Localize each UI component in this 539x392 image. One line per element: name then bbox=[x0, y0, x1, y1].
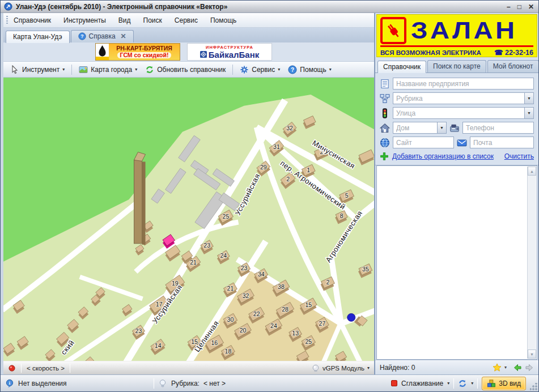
forward-arrow-icon[interactable] bbox=[525, 363, 534, 372]
toolbar-label: Сервис bbox=[252, 66, 275, 74]
building-number: 21 bbox=[227, 285, 234, 292]
toolbar-сервис[interactable]: Сервис▾ bbox=[236, 63, 283, 76]
street-combo[interactable]: ▼ bbox=[393, 107, 534, 119]
phone-input[interactable] bbox=[462, 122, 534, 134]
close-button[interactable]: ✕ bbox=[528, 3, 534, 11]
rubric-input[interactable] bbox=[393, 93, 524, 104]
info-icon: i bbox=[5, 379, 14, 388]
bulb-icon bbox=[158, 379, 167, 388]
menu-item-6[interactable]: Помощь bbox=[210, 16, 236, 24]
chevron-down-icon[interactable]: ▾ bbox=[447, 381, 449, 386]
building-number: 13 bbox=[292, 330, 299, 336]
building-number: 32 bbox=[286, 125, 293, 131]
results-scrollbar[interactable]: ▲ ▼ bbox=[527, 167, 536, 359]
baikalbank-logo-icon bbox=[200, 51, 207, 58]
mail-icon bbox=[457, 138, 467, 148]
zalan-phone: ☎ 22-32-16 bbox=[494, 48, 533, 57]
tab-1[interactable]: Карта Улан-Удэ bbox=[6, 31, 70, 43]
tab-close-icon[interactable]: ✕ bbox=[121, 32, 126, 40]
status-bar: i Нет выделения Рубрика: < нет > Сглажив… bbox=[1, 374, 538, 391]
building-number: 25 bbox=[305, 338, 312, 345]
form-links: Добавить организацию в список Очистить bbox=[375, 150, 538, 165]
view-3d-label: 3D вид bbox=[499, 380, 521, 387]
toolbar-обновить-справочник[interactable]: Обновить справочник bbox=[142, 63, 229, 76]
refresh-icon[interactable] bbox=[458, 379, 467, 388]
menu-item-3[interactable]: Вид bbox=[118, 16, 131, 24]
building-number: 30 bbox=[227, 316, 234, 323]
refresh-green-icon bbox=[145, 65, 154, 74]
chevron-down-icon[interactable]: ▼ bbox=[437, 122, 446, 133]
building-number: 23 bbox=[135, 327, 142, 334]
menu-item-2[interactable]: Инструменты bbox=[63, 16, 106, 24]
building-number: 15 bbox=[305, 301, 312, 308]
building-number: 1 bbox=[307, 167, 310, 173]
chevron-down-icon[interactable]: ▼ bbox=[524, 108, 533, 118]
tab-help-icon: ? bbox=[78, 32, 86, 40]
panel-tab-3[interactable]: Мой блокнот bbox=[487, 60, 539, 73]
tab-2[interactable]: ?Справка✕ bbox=[71, 30, 134, 42]
banner-zalan[interactable]: ЗАЛАН ВСЯ ВОЗМОЖНАЯ ЭЛЕКТРИКА ☎ 22-32-16 bbox=[376, 14, 537, 57]
menu-item-1[interactable]: Справочник bbox=[14, 16, 51, 24]
menu-item-4[interactable]: Поиск bbox=[143, 16, 162, 24]
banner-baikalbank[interactable]: ИНФРАСТРУКТУРА БайкалБанк bbox=[187, 43, 272, 61]
building-number: 24 bbox=[270, 322, 277, 329]
map-canvas[interactable]: 3231292125825232435221191723141523342132… bbox=[3, 78, 374, 374]
add-organization-link[interactable]: Добавить организацию в список bbox=[392, 152, 494, 160]
map-gps-marker[interactable] bbox=[347, 313, 355, 321]
site-input[interactable] bbox=[393, 137, 454, 148]
results-list[interactable]: ▲ ▼ bbox=[376, 165, 537, 360]
map-tower[interactable] bbox=[134, 152, 145, 244]
rubric-status-label: Рубрика: bbox=[171, 380, 200, 387]
speed-label[interactable]: < скорость > bbox=[27, 365, 65, 372]
vgps-module-button[interactable]: vGPS Модуль ▾ bbox=[312, 364, 370, 372]
street-input[interactable] bbox=[393, 108, 524, 118]
maximize-button[interactable]: □ bbox=[517, 3, 521, 11]
rubric-icon bbox=[380, 93, 390, 104]
tab-label: Карта Улан-Удэ bbox=[13, 33, 62, 41]
banner-rn-line1: РН-КАРТ-БУРЯТИЯ bbox=[116, 45, 172, 52]
minimize-button[interactable]: – bbox=[507, 3, 511, 11]
map-bottom-bar: < скорость > vGPS Модуль ▾ bbox=[3, 361, 374, 374]
left-column: СправочникИнструментыВидПоискСервисПомощ… bbox=[1, 13, 375, 374]
toolbar-карта-города[interactable]: Карта города▾ bbox=[75, 63, 141, 76]
building-number: 27 bbox=[319, 320, 326, 327]
rosneft-logo-icon bbox=[96, 44, 109, 60]
house-combo[interactable]: ▼ bbox=[393, 122, 447, 134]
zalan-title: ЗАЛАН bbox=[411, 18, 517, 44]
favorites-star-icon[interactable] bbox=[493, 363, 502, 372]
clear-link[interactable]: Очистить bbox=[504, 152, 534, 160]
company-name-input[interactable] bbox=[393, 78, 534, 90]
panel-tab-1[interactable]: Справочник bbox=[377, 61, 426, 73]
rubric-status-value: < нет > bbox=[203, 380, 226, 387]
smoothing-button[interactable]: Сглаживание bbox=[401, 380, 443, 387]
search-panel-tabs: СправочникПоиск по картеМой блокнот bbox=[375, 58, 538, 73]
map-viewport[interactable]: 3231292125825232435221191723141523342132… bbox=[3, 78, 374, 374]
view-3d-button[interactable]: 3D вид bbox=[482, 377, 526, 390]
help-icon: ? bbox=[288, 65, 297, 74]
cubes-icon bbox=[487, 379, 496, 388]
record-icon[interactable] bbox=[8, 364, 16, 372]
building-number: 32 bbox=[243, 292, 249, 299]
mail-input[interactable] bbox=[470, 137, 534, 148]
toolbar-помощь[interactable]: ?Помощь▾ bbox=[285, 63, 334, 76]
toolbar-инструмент[interactable]: Инструмент▾ bbox=[7, 63, 68, 76]
toolbar-label: Карта города bbox=[91, 66, 132, 74]
divider bbox=[154, 378, 154, 389]
scroll-up-icon[interactable]: ▲ bbox=[528, 167, 536, 176]
document-tabs: Карта Улан-Удэ?Справка✕ bbox=[3, 28, 374, 42]
building-number: 23 bbox=[241, 265, 248, 271]
house-input[interactable] bbox=[393, 122, 437, 133]
menu-item-5[interactable]: Сервис bbox=[175, 16, 198, 24]
banner-rn-kart[interactable]: РН-КАРТ-БУРЯТИЯ ГСМ со скидкой! bbox=[95, 43, 180, 61]
resize-grip[interactable] bbox=[530, 383, 537, 390]
toolbar-label: Инструмент bbox=[22, 66, 60, 74]
rubric-combo[interactable]: ▼ bbox=[393, 92, 534, 104]
chevron-down-icon[interactable]: ▾ bbox=[471, 381, 473, 386]
back-arrow-icon[interactable] bbox=[513, 363, 522, 372]
chevron-down-icon[interactable]: ▼ bbox=[524, 93, 533, 104]
panel-tab-2[interactable]: Поиск по карте bbox=[427, 60, 486, 73]
building-number: 34 bbox=[258, 271, 265, 278]
chevron-down-icon[interactable]: ▾ bbox=[504, 365, 507, 370]
scroll-down-icon[interactable]: ▼ bbox=[528, 350, 536, 359]
right-panel: ЗАЛАН ВСЯ ВОЗМОЖНАЯ ЭЛЕКТРИКА ☎ 22-32-16… bbox=[375, 13, 538, 374]
